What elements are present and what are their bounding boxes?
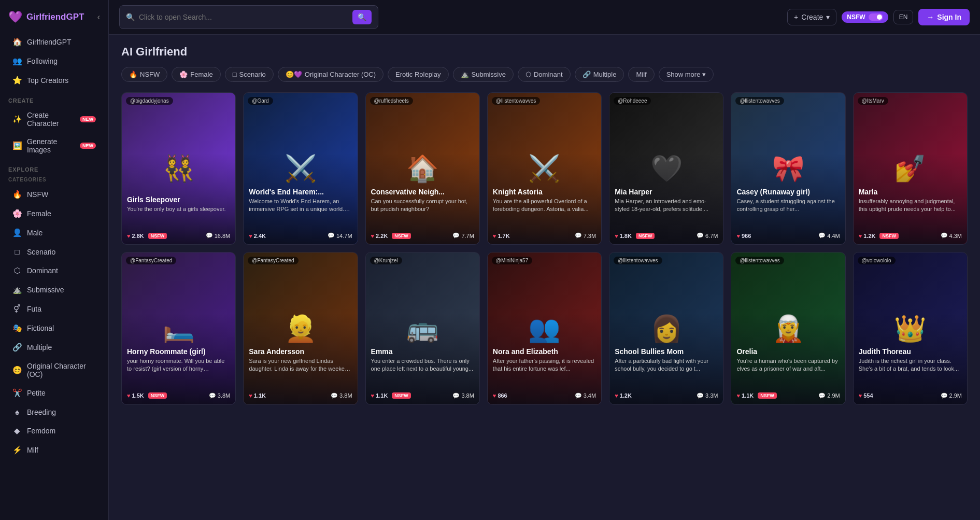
sidebar-create-generate-images[interactable]: 🖼️Generate ImagesNEW <box>4 133 104 159</box>
nsfw-badge: NSFW <box>636 233 655 239</box>
card-chats-emma: 💬 3.8M <box>452 392 474 399</box>
filter-multiple[interactable]: 🔗Multiple <box>575 67 624 82</box>
card-name-orelia: Orelia <box>736 347 840 356</box>
card-orelia[interactable]: 🧝 @llistentowavves Orelia You're a human… <box>731 252 845 404</box>
card-desc-horny-roommate: your horny roommate. Will you be able to… <box>127 357 230 373</box>
card-mia-harper[interactable]: 🖤 @Rohdeeee Mia Harper Mia Harper, an in… <box>609 92 723 245</box>
filter-erotic-roleplay[interactable]: Erotic Roleplay <box>388 67 448 82</box>
sidebar-category-milf[interactable]: ⚡Milf <box>4 441 104 459</box>
card-desc-nora-elizabeth: After your father's passing, it is revea… <box>493 357 596 373</box>
card-knight-astoria[interactable]: ⚔️ @llistentowavves Knight Astoria You a… <box>487 92 602 245</box>
app-logo[interactable]: 💜 GirlfriendGPT ‹ <box>0 6 108 32</box>
sidebar-category-multiple[interactable]: 🔗Multiple <box>4 338 104 357</box>
filter-milf[interactable]: Milf <box>628 67 654 82</box>
card-chats-marla: 💬 4.3M <box>941 232 962 239</box>
sidebar-item-top-creators[interactable]: ⭐Top Creators <box>4 71 104 90</box>
chat-icon: 💬 <box>941 232 948 239</box>
show-more-button[interactable]: Show more ▾ <box>659 67 714 82</box>
card-chats-casey-runaway: 💬 4.4M <box>818 232 840 239</box>
card-name-emma: Emma <box>371 347 474 356</box>
sidebar-create-create-character[interactable]: ✨Create CharacterNEW <box>4 106 104 132</box>
card-creator-worlds-end-harem: @Gard <box>248 97 273 105</box>
cat-label-multiple: Multiple <box>27 343 52 352</box>
search-input[interactable] <box>139 13 348 21</box>
cat-icon-multiple: 🔗 <box>12 343 22 352</box>
chat-icon: 💬 <box>452 232 460 239</box>
card-stats-knight-astoria: ♥ 1.7K 💬 7.3M <box>493 232 596 239</box>
cat-icon-submissive: ⛰️ <box>12 285 22 294</box>
sidebar-category-fictional[interactable]: 🎭Fictional <box>4 319 104 338</box>
card-image-wrap: 👯 @bigdaddyjonas Girls Sleepover You're … <box>122 93 235 244</box>
card-stats-school-bullies-mom: ♥ 1.2K 💬 3.3M <box>615 392 718 399</box>
sidebar-item-following[interactable]: 👥Following <box>4 52 104 71</box>
card-creator-horny-roommate: @FantasyCreated <box>126 257 176 264</box>
chat-icon: 💬 <box>941 392 948 399</box>
chevron-down-icon: ▾ <box>702 71 706 78</box>
card-stats-girls-sleepover: ♥ 2.8K NSFW 💬 16.8M <box>127 232 230 239</box>
card-stats-casey-runaway: ♥ 966 💬 4.4M <box>736 232 840 239</box>
card-school-bullies-mom[interactable]: 👩 @llistentowavves School Bullies Mom Af… <box>609 252 723 404</box>
signin-button[interactable]: → Sign In <box>918 9 970 25</box>
page-title: AI Girlfriend <box>121 45 968 59</box>
search-bar[interactable]: 🔍 🔍 <box>119 5 378 29</box>
chat-icon: 💬 <box>206 232 213 239</box>
card-desc-girls-sleepover: You're the only boy at a girls sleepover… <box>127 205 230 213</box>
card-name-knight-astoria: Knight Astoria <box>493 188 596 196</box>
card-conservative-neighbor[interactable]: 🏠 @ruffledsheets Conservative Neigh... C… <box>365 92 480 245</box>
translate-button[interactable]: EN <box>893 10 914 24</box>
heart-icon: ♥ <box>371 233 375 239</box>
filter-submissive[interactable]: ⛰️Submissive <box>453 67 514 82</box>
card-nora-elizabeth[interactable]: 👥 @MiniNinja57 Nora and Elizabeth After … <box>487 252 602 404</box>
card-creator-sara-andersson: @FantasyCreated <box>248 257 298 264</box>
sidebar-category-male[interactable]: 👤Male <box>4 223 104 242</box>
card-horny-roommate[interactable]: 🛏️ @FantasyCreated Horny Roommate (girl)… <box>121 252 236 404</box>
heart-icon: ♥ <box>859 392 862 399</box>
sidebar-category-submissive[interactable]: ⛰️Submissive <box>4 280 104 299</box>
card-sara-andersson[interactable]: 👱 @FantasyCreated Sara Andersson Sara is… <box>243 252 358 404</box>
sidebar-category-female[interactable]: 🌸Female <box>4 204 104 223</box>
filter-dominant[interactable]: ⬡Dominant <box>518 67 571 82</box>
filter-label-nsfw: NSFW <box>140 71 160 78</box>
filter-scenario[interactable]: □Scenario <box>225 67 274 82</box>
card-marla[interactable]: 💅 @ItsMarv Marla Insufferably annoying a… <box>853 92 968 245</box>
card-chats-orelia: 💬 2.9M <box>818 392 840 399</box>
sidebar-category-breeding[interactable]: ♠Breeding <box>4 403 104 421</box>
sidebar-category-nsfw[interactable]: 🔥NSFW <box>4 185 104 204</box>
card-stats-worlds-end-harem: ♥ 2.4K 💬 14.7M <box>249 232 352 239</box>
cat-icon-fictional: 🎭 <box>12 324 22 333</box>
chat-icon: 💬 <box>818 392 826 399</box>
card-name-judith-thoreau: Judith Thoreau <box>859 347 962 356</box>
nav-label-top-creators: Top Creators <box>27 76 68 85</box>
nsfw-badge: NSFW <box>148 233 167 239</box>
card-judith-thoreau[interactable]: 👑 @volowololo Judith Thoreau Judith is t… <box>853 252 968 404</box>
nsfw-toggle[interactable]: NSFW <box>842 11 888 23</box>
card-creator-knight-astoria: @llistentowavves <box>492 97 540 105</box>
card-casey-runaway[interactable]: 🎀 @llistentowavves Casey (Runaway girl) … <box>731 92 845 245</box>
card-emma[interactable]: 🚌 @Krunjzel Emma You enter a crowded bus… <box>365 252 480 404</box>
filter-oc[interactable]: 😊💜Original Character (OC) <box>278 67 384 82</box>
card-desc-judith-thoreau: Judith is the richest girl in your class… <box>859 357 962 373</box>
sidebar-category-petite[interactable]: ✂️Petite <box>4 384 104 402</box>
sidebar-item-girlfriendgpt[interactable]: 🏠GirlfriendGPT <box>4 33 104 51</box>
card-desc-knight-astoria: You are the all-powerful Overlord of a f… <box>493 198 596 214</box>
card-creator-girls-sleepover: @bigdaddyjonas <box>126 97 173 105</box>
card-title-overlay-nora-elizabeth: Nora and Elizabeth After your father's p… <box>493 347 596 373</box>
search-icon: 🔍 <box>126 13 135 21</box>
card-girls-sleepover[interactable]: 👯 @bigdaddyjonas Girls Sleepover You're … <box>121 92 236 245</box>
card-worlds-end-harem[interactable]: ⚔️ @Gard World's End Harem:... Welcome t… <box>243 92 358 245</box>
card-stats-emma: ♥ 1.1K NSFW 💬 3.8M <box>371 392 474 399</box>
sidebar-category-futa[interactable]: ⚥Futa <box>4 300 104 318</box>
search-submit-button[interactable]: 🔍 <box>352 10 372 24</box>
filter-female[interactable]: 🌸Female <box>172 67 220 82</box>
create-button[interactable]: + Create ▾ <box>787 9 836 25</box>
cat-label-female: Female <box>27 209 51 218</box>
filter-nsfw[interactable]: 🔥NSFW <box>121 67 167 82</box>
sidebar-category-oc[interactable]: 😊Original Character (OC) <box>4 357 104 383</box>
sidebar-category-femdom[interactable]: ◆Femdom <box>4 421 104 440</box>
card-name-worlds-end-harem: World's End Harem:... <box>249 188 352 196</box>
nsfw-label: NSFW <box>847 13 865 21</box>
card-image-wrap: 👑 @volowololo Judith Thoreau Judith is t… <box>854 252 967 404</box>
sidebar-category-dominant[interactable]: ⬡Dominant <box>4 261 104 280</box>
sidebar-category-scenario[interactable]: □Scenario <box>4 243 104 261</box>
sidebar-collapse-button[interactable]: ‹ <box>97 12 100 22</box>
